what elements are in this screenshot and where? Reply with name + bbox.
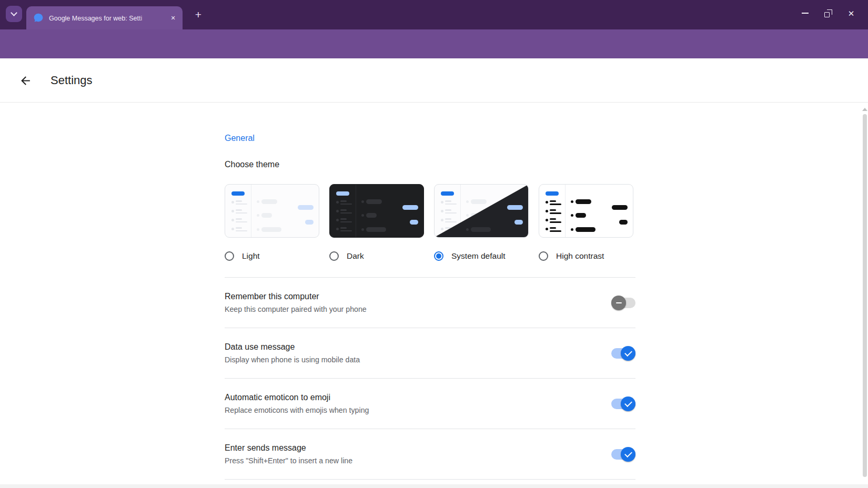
- toggle-data-use-message[interactable]: [611, 346, 635, 361]
- setting-subtitle: Replace emoticons with emojis when typin…: [225, 405, 635, 416]
- theme-card-high-contrast[interactable]: [539, 184, 633, 238]
- window-controls: ✕: [793, 4, 863, 23]
- setting-subtitle: Press "Shift+Enter" to insert a new line: [225, 455, 635, 466]
- tab-strip: Google Messages for web: Setti ✕ + ✕: [0, 0, 868, 29]
- setting-row-data-use-message: Data use message Display when phone is u…: [225, 328, 635, 378]
- toggle-thumb: [621, 346, 635, 361]
- toggle-thumb: [621, 396, 635, 411]
- browser-tab[interactable]: Google Messages for web: Setti ✕: [26, 6, 183, 29]
- browser-toolbar: messages.google.com/web/settings: [0, 29, 868, 58]
- theme-option-dark[interactable]: Dark: [329, 251, 424, 261]
- setting-subtitle: Keep this computer paired with your phon…: [225, 304, 635, 315]
- tab-title: Google Messages for web: Setti: [49, 15, 142, 22]
- setting-title: Remember this computer: [225, 290, 635, 302]
- setting-row-automatic-emoticon-to-emoji: Automatic emoticon to emoji Replace emot…: [225, 378, 635, 429]
- restore-icon: [824, 9, 832, 17]
- scrollbar-thumb[interactable]: [863, 114, 867, 477]
- messages-favicon-icon: [33, 13, 44, 23]
- toggle-remember-this-computer[interactable]: [611, 296, 635, 310]
- radio-icon[interactable]: [434, 251, 443, 261]
- scrollbar-up-arrow[interactable]: [862, 108, 867, 111]
- theme-option-label: System default: [451, 251, 506, 261]
- section-general-link[interactable]: General: [225, 134, 255, 143]
- choose-theme-heading: Choose theme: [225, 160, 635, 169]
- new-tab-button[interactable]: +: [191, 7, 206, 22]
- theme-option-high-contrast[interactable]: High contrast: [539, 251, 633, 261]
- setting-title: Data use message: [225, 341, 635, 353]
- minimize-icon: [802, 13, 809, 14]
- toggle-thumb: [621, 447, 635, 462]
- theme-card-dark[interactable]: [329, 184, 424, 238]
- settings-back-button[interactable]: [19, 74, 33, 88]
- back-arrow-icon: [19, 74, 32, 87]
- bottom-scrollbar-track: [0, 484, 868, 488]
- chevron-down-icon: [11, 9, 17, 16]
- settings-content: General Choose theme: [225, 103, 635, 480]
- radio-icon[interactable]: [329, 251, 339, 261]
- toggle-thumb: [611, 296, 626, 310]
- close-window-button[interactable]: ✕: [840, 4, 863, 23]
- toggle-automatic-emoticon-to-emoji[interactable]: [611, 396, 635, 411]
- theme-option-light[interactable]: Light: [225, 251, 319, 261]
- close-icon: ✕: [848, 9, 855, 17]
- settings-list: Remember this computer Keep this compute…: [225, 277, 635, 480]
- theme-card-light[interactable]: [225, 184, 319, 238]
- setting-row-remember-this-computer: Remember this computer Keep this compute…: [225, 277, 635, 328]
- page-title: Settings: [51, 74, 93, 87]
- tab-search-button[interactable]: [6, 6, 22, 22]
- theme-option-system-default[interactable]: System default: [434, 251, 529, 261]
- theme-option-label: Dark: [347, 251, 364, 261]
- theme-card-system-default[interactable]: [434, 184, 529, 238]
- theme-option-label: Light: [242, 251, 260, 261]
- minimize-button[interactable]: [793, 4, 816, 23]
- restore-button[interactable]: [816, 4, 840, 23]
- setting-subtitle: Display when phone is using mobile data: [225, 354, 635, 365]
- theme-previews: [225, 184, 635, 238]
- theme-option-label: High contrast: [556, 251, 604, 261]
- tab-close-icon[interactable]: ✕: [168, 13, 178, 23]
- setting-row-enter-sends-message: Enter sends message Press "Shift+Enter" …: [225, 429, 635, 479]
- radio-icon[interactable]: [225, 251, 234, 261]
- theme-radio-group: Light Dark System default High contrast: [225, 251, 635, 261]
- settings-header: Settings: [0, 58, 868, 103]
- setting-title: Enter sends message: [225, 442, 635, 454]
- toggle-enter-sends-message[interactable]: [611, 447, 635, 462]
- radio-icon[interactable]: [539, 251, 548, 261]
- browser-window: Google Messages for web: Setti ✕ + ✕: [0, 0, 868, 488]
- setting-title: Automatic emoticon to emoji: [225, 391, 635, 403]
